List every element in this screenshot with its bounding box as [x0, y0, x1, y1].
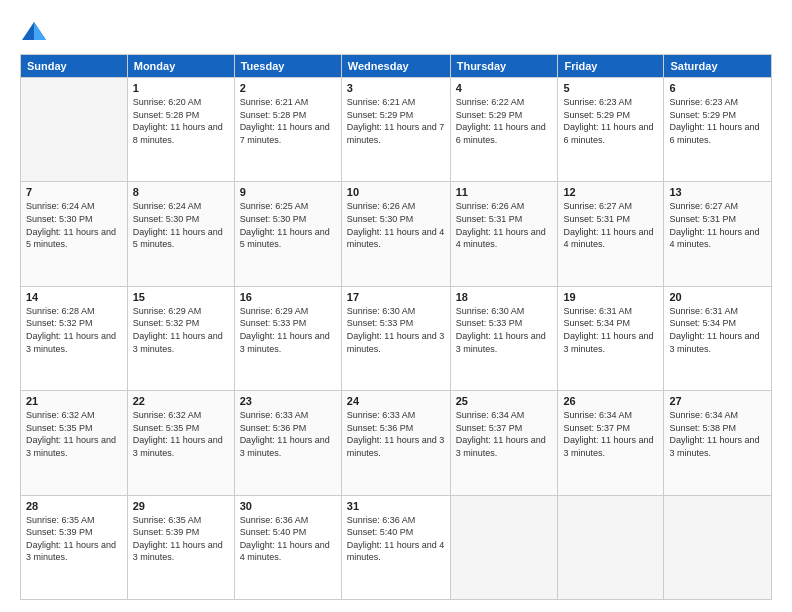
day-number: 11 [456, 186, 553, 198]
day-number: 28 [26, 500, 122, 512]
day-number: 22 [133, 395, 229, 407]
weekday-header: Monday [127, 55, 234, 78]
day-info: Sunrise: 6:25 AMSunset: 5:30 PMDaylight:… [240, 200, 336, 250]
calendar-cell: 7Sunrise: 6:24 AMSunset: 5:30 PMDaylight… [21, 182, 128, 286]
calendar-cell [664, 495, 772, 599]
calendar-cell: 23Sunrise: 6:33 AMSunset: 5:36 PMDayligh… [234, 391, 341, 495]
calendar-cell: 30Sunrise: 6:36 AMSunset: 5:40 PMDayligh… [234, 495, 341, 599]
calendar-cell: 9Sunrise: 6:25 AMSunset: 5:30 PMDaylight… [234, 182, 341, 286]
day-info: Sunrise: 6:20 AMSunset: 5:28 PMDaylight:… [133, 96, 229, 146]
day-number: 3 [347, 82, 445, 94]
calendar-cell: 6Sunrise: 6:23 AMSunset: 5:29 PMDaylight… [664, 78, 772, 182]
calendar-cell: 21Sunrise: 6:32 AMSunset: 5:35 PMDayligh… [21, 391, 128, 495]
day-info: Sunrise: 6:29 AMSunset: 5:33 PMDaylight:… [240, 305, 336, 355]
day-number: 30 [240, 500, 336, 512]
day-info: Sunrise: 6:26 AMSunset: 5:30 PMDaylight:… [347, 200, 445, 250]
day-number: 2 [240, 82, 336, 94]
logo [20, 18, 52, 46]
day-number: 24 [347, 395, 445, 407]
day-info: Sunrise: 6:32 AMSunset: 5:35 PMDaylight:… [133, 409, 229, 459]
calendar-cell: 3Sunrise: 6:21 AMSunset: 5:29 PMDaylight… [341, 78, 450, 182]
calendar-cell: 5Sunrise: 6:23 AMSunset: 5:29 PMDaylight… [558, 78, 664, 182]
day-info: Sunrise: 6:21 AMSunset: 5:29 PMDaylight:… [347, 96, 445, 146]
svg-marker-1 [34, 22, 46, 40]
day-number: 19 [563, 291, 658, 303]
calendar-cell: 22Sunrise: 6:32 AMSunset: 5:35 PMDayligh… [127, 391, 234, 495]
calendar-cell: 19Sunrise: 6:31 AMSunset: 5:34 PMDayligh… [558, 286, 664, 390]
day-info: Sunrise: 6:35 AMSunset: 5:39 PMDaylight:… [133, 514, 229, 564]
day-info: Sunrise: 6:24 AMSunset: 5:30 PMDaylight:… [26, 200, 122, 250]
day-number: 9 [240, 186, 336, 198]
day-number: 17 [347, 291, 445, 303]
calendar-cell: 12Sunrise: 6:27 AMSunset: 5:31 PMDayligh… [558, 182, 664, 286]
day-number: 21 [26, 395, 122, 407]
header [20, 18, 772, 46]
calendar-cell: 18Sunrise: 6:30 AMSunset: 5:33 PMDayligh… [450, 286, 558, 390]
day-info: Sunrise: 6:28 AMSunset: 5:32 PMDaylight:… [26, 305, 122, 355]
day-info: Sunrise: 6:30 AMSunset: 5:33 PMDaylight:… [347, 305, 445, 355]
day-info: Sunrise: 6:27 AMSunset: 5:31 PMDaylight:… [563, 200, 658, 250]
day-number: 27 [669, 395, 766, 407]
day-number: 15 [133, 291, 229, 303]
day-info: Sunrise: 6:34 AMSunset: 5:37 PMDaylight:… [456, 409, 553, 459]
calendar-cell: 1Sunrise: 6:20 AMSunset: 5:28 PMDaylight… [127, 78, 234, 182]
day-number: 10 [347, 186, 445, 198]
day-info: Sunrise: 6:23 AMSunset: 5:29 PMDaylight:… [669, 96, 766, 146]
day-info: Sunrise: 6:36 AMSunset: 5:40 PMDaylight:… [347, 514, 445, 564]
day-info: Sunrise: 6:31 AMSunset: 5:34 PMDaylight:… [669, 305, 766, 355]
calendar-cell: 24Sunrise: 6:33 AMSunset: 5:36 PMDayligh… [341, 391, 450, 495]
calendar-cell [450, 495, 558, 599]
calendar-cell: 20Sunrise: 6:31 AMSunset: 5:34 PMDayligh… [664, 286, 772, 390]
weekday-header: Tuesday [234, 55, 341, 78]
day-info: Sunrise: 6:32 AMSunset: 5:35 PMDaylight:… [26, 409, 122, 459]
day-number: 20 [669, 291, 766, 303]
day-info: Sunrise: 6:21 AMSunset: 5:28 PMDaylight:… [240, 96, 336, 146]
calendar-cell: 4Sunrise: 6:22 AMSunset: 5:29 PMDaylight… [450, 78, 558, 182]
day-info: Sunrise: 6:26 AMSunset: 5:31 PMDaylight:… [456, 200, 553, 250]
day-info: Sunrise: 6:33 AMSunset: 5:36 PMDaylight:… [240, 409, 336, 459]
day-number: 6 [669, 82, 766, 94]
calendar-cell: 31Sunrise: 6:36 AMSunset: 5:40 PMDayligh… [341, 495, 450, 599]
day-info: Sunrise: 6:31 AMSunset: 5:34 PMDaylight:… [563, 305, 658, 355]
weekday-header: Thursday [450, 55, 558, 78]
calendar-cell: 26Sunrise: 6:34 AMSunset: 5:37 PMDayligh… [558, 391, 664, 495]
calendar-cell: 2Sunrise: 6:21 AMSunset: 5:28 PMDaylight… [234, 78, 341, 182]
calendar-cell: 10Sunrise: 6:26 AMSunset: 5:30 PMDayligh… [341, 182, 450, 286]
calendar-cell: 13Sunrise: 6:27 AMSunset: 5:31 PMDayligh… [664, 182, 772, 286]
day-info: Sunrise: 6:24 AMSunset: 5:30 PMDaylight:… [133, 200, 229, 250]
day-number: 29 [133, 500, 229, 512]
calendar-cell: 28Sunrise: 6:35 AMSunset: 5:39 PMDayligh… [21, 495, 128, 599]
calendar-cell: 16Sunrise: 6:29 AMSunset: 5:33 PMDayligh… [234, 286, 341, 390]
weekday-header: Sunday [21, 55, 128, 78]
weekday-header: Friday [558, 55, 664, 78]
calendar: SundayMondayTuesdayWednesdayThursdayFrid… [20, 54, 772, 600]
day-info: Sunrise: 6:29 AMSunset: 5:32 PMDaylight:… [133, 305, 229, 355]
day-number: 7 [26, 186, 122, 198]
day-info: Sunrise: 6:22 AMSunset: 5:29 PMDaylight:… [456, 96, 553, 146]
day-number: 12 [563, 186, 658, 198]
day-number: 1 [133, 82, 229, 94]
day-number: 4 [456, 82, 553, 94]
calendar-cell: 29Sunrise: 6:35 AMSunset: 5:39 PMDayligh… [127, 495, 234, 599]
day-info: Sunrise: 6:33 AMSunset: 5:36 PMDaylight:… [347, 409, 445, 459]
calendar-cell: 14Sunrise: 6:28 AMSunset: 5:32 PMDayligh… [21, 286, 128, 390]
calendar-cell: 17Sunrise: 6:30 AMSunset: 5:33 PMDayligh… [341, 286, 450, 390]
calendar-cell: 8Sunrise: 6:24 AMSunset: 5:30 PMDaylight… [127, 182, 234, 286]
day-number: 16 [240, 291, 336, 303]
day-info: Sunrise: 6:34 AMSunset: 5:38 PMDaylight:… [669, 409, 766, 459]
day-number: 23 [240, 395, 336, 407]
weekday-header: Saturday [664, 55, 772, 78]
day-info: Sunrise: 6:36 AMSunset: 5:40 PMDaylight:… [240, 514, 336, 564]
day-info: Sunrise: 6:23 AMSunset: 5:29 PMDaylight:… [563, 96, 658, 146]
day-number: 5 [563, 82, 658, 94]
day-number: 25 [456, 395, 553, 407]
calendar-cell [558, 495, 664, 599]
calendar-cell: 15Sunrise: 6:29 AMSunset: 5:32 PMDayligh… [127, 286, 234, 390]
day-info: Sunrise: 6:30 AMSunset: 5:33 PMDaylight:… [456, 305, 553, 355]
calendar-cell: 27Sunrise: 6:34 AMSunset: 5:38 PMDayligh… [664, 391, 772, 495]
day-number: 14 [26, 291, 122, 303]
day-info: Sunrise: 6:35 AMSunset: 5:39 PMDaylight:… [26, 514, 122, 564]
day-number: 8 [133, 186, 229, 198]
day-info: Sunrise: 6:34 AMSunset: 5:37 PMDaylight:… [563, 409, 658, 459]
page: SundayMondayTuesdayWednesdayThursdayFrid… [0, 0, 792, 612]
